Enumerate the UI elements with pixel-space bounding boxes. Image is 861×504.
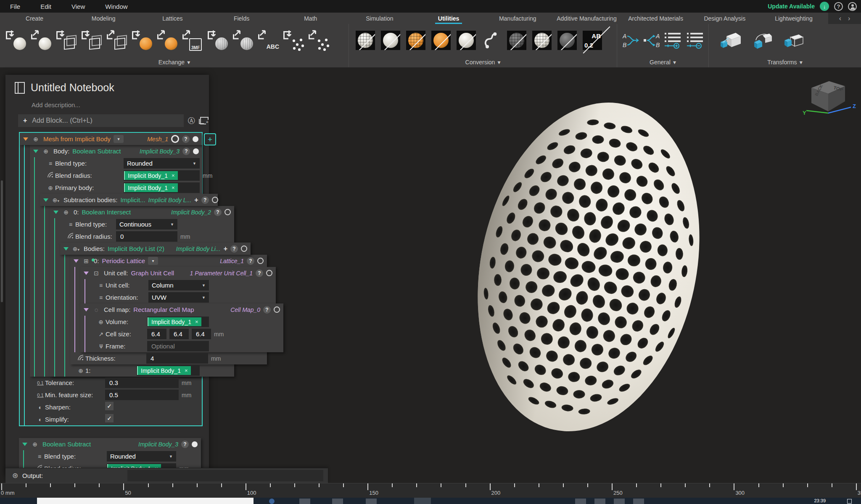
thickness-input[interactable]: 4 — [146, 353, 208, 364]
notebook-scrollbar[interactable] — [1, 180, 3, 302]
notebook-title[interactable]: Untitled Notebook — [31, 82, 114, 94]
tolerance-input[interactable]: 0.3 — [105, 377, 179, 388]
variable-chip[interactable]: Implicit Body_1× — [148, 317, 201, 326]
help-badge-icon[interactable]: ? — [201, 196, 209, 204]
add-group-icon[interactable] — [200, 117, 209, 124]
blend-radius-input[interactable]: 0 — [116, 231, 177, 242]
smooth-curve-button[interactable] — [482, 26, 501, 54]
remove-chip-icon[interactable]: × — [195, 319, 198, 325]
help-badge-icon[interactable]: ? — [182, 148, 190, 155]
tab-design-analysis[interactable]: Design Analysis — [690, 13, 759, 24]
tab-fields[interactable]: Fields — [207, 13, 276, 24]
viewport[interactable]: TOP BACK Y Z Untitled Notebook Add descr… — [0, 68, 861, 504]
variable-chip[interactable]: Implicit Body_1× — [137, 366, 191, 375]
tab-scroll-left-icon[interactable]: ‹ — [839, 15, 841, 22]
volume-input[interactable]: Implicit Body_1× — [147, 317, 209, 327]
mirror-body-button[interactable] — [781, 26, 805, 54]
import-lattice-button[interactable] — [53, 26, 78, 54]
taskbar-app-icon[interactable] — [332, 499, 343, 504]
add-block-input[interactable]: + Add Block... (Ctrl+L) — [18, 114, 184, 127]
block-header-subtraction-bodies[interactable]: ⊕▾ Subtraction bodies: Implicit... Impli… — [40, 194, 218, 206]
convert-mesh-to-implicit-body-button[interactable] — [431, 26, 451, 54]
blend-type-select[interactable]: Rounded▼ — [124, 158, 200, 169]
remove-chip-icon[interactable]: × — [172, 172, 175, 179]
block-header-cell-map[interactable]: ◌ Cell map: Rectangular Cell Map Cell Ma… — [80, 303, 283, 316]
tab-manufacturing[interactable]: Manufacturing — [483, 13, 552, 24]
block-header-mesh[interactable]: ⊕ Mesh from Implicit Body ▾ Mesh_1 ? + — [20, 133, 202, 145]
cell-size-x-input[interactable]: 6.4 — [147, 329, 166, 339]
group-label-conversion[interactable]: Conversion▾ — [349, 57, 617, 67]
block-header-unit-cell[interactable]: ⊡ Unit cell: Graph Unit Cell 1 Parameter… — [80, 267, 276, 279]
tab-lightweighting[interactable]: Lightweighting — [759, 13, 828, 24]
export-cad-body-button[interactable] — [230, 26, 255, 54]
visibility-ring-icon[interactable] — [241, 245, 247, 252]
export-mesh-button[interactable] — [154, 26, 179, 54]
block-type-dropdown[interactable]: ▾ — [148, 257, 158, 265]
menu-edit[interactable]: Edit — [30, 3, 61, 10]
tab-additive-manufacturing[interactable]: Additive Manufacturing — [552, 13, 621, 24]
menu-file[interactable]: File — [0, 3, 30, 10]
menu-view[interactable]: View — [61, 3, 95, 10]
cell-size-y-input[interactable]: 6.4 — [169, 329, 189, 339]
split-button[interactable]: AB — [642, 26, 661, 54]
menu-window[interactable]: Window — [95, 3, 137, 10]
visibility-dot-icon[interactable] — [193, 148, 199, 154]
convert-mesh-to-implicit-button[interactable] — [381, 26, 400, 54]
collapse-caret-icon[interactable] — [53, 211, 58, 214]
export-text-button[interactable]: ABC — [255, 26, 280, 54]
auto-regenerate-icon[interactable]: Ⓐ — [188, 116, 195, 126]
tab-simulation[interactable]: Simulation — [345, 13, 414, 24]
visibility-ring-icon[interactable] — [266, 270, 272, 276]
remesh-surface-button[interactable] — [457, 26, 476, 54]
blend-radius-input[interactable]: Implicit Body_1× — [124, 170, 200, 181]
block-header-subtract-2[interactable]: ⊕ Boolean Subtract Implicit Body_3 ? — [19, 438, 201, 450]
visibility-ring-icon[interactable] — [224, 209, 231, 215]
transform-body-button[interactable] — [719, 26, 742, 54]
map-to-surface-button[interactable] — [750, 26, 774, 54]
export-3mf-button[interactable]: 3MF — [179, 26, 204, 54]
collapse-caret-icon[interactable] — [84, 308, 89, 311]
account-icon[interactable] — [848, 2, 857, 11]
taskbar-app-icon[interactable] — [299, 499, 310, 504]
block-type-dropdown[interactable]: ▾ — [114, 135, 124, 143]
taskbar-app-icon[interactable] — [575, 499, 586, 504]
download-update-icon[interactable]: ↓ — [820, 2, 829, 11]
add-item-icon[interactable]: + — [224, 245, 227, 253]
taskbar-active-app[interactable] — [414, 498, 431, 504]
visibility-ring-icon[interactable] — [212, 197, 218, 203]
block-header-body[interactable]: ⊕ Body: Boolean Subtract Implicit Body_3… — [30, 145, 202, 157]
collapse-caret-icon[interactable] — [33, 150, 38, 153]
help-badge-icon[interactable]: ? — [256, 269, 263, 277]
import-implicit-body-button[interactable] — [3, 26, 28, 54]
output-input[interactable] — [127, 470, 323, 481]
merge-button[interactable]: AB — [621, 26, 640, 54]
simplify-body-button[interactable] — [557, 26, 577, 54]
help-badge-icon[interactable]: ? — [230, 245, 238, 253]
notebook-description-placeholder[interactable]: Add description... — [32, 101, 209, 108]
blend-type-select[interactable]: Continuous▼ — [116, 219, 177, 230]
convert-implicit-to-mesh-button[interactable] — [356, 26, 375, 54]
tab-lattices[interactable]: Lattices — [138, 13, 207, 24]
tab-modeling[interactable]: Modeling — [69, 13, 138, 24]
block-header-lattice[interactable]: ⊞ 0: Periodic Lattice ▾ Lattice_1 ? — [70, 255, 267, 267]
tab-architected-materials[interactable]: Architected Materials — [621, 13, 690, 24]
remove-chip-icon[interactable]: × — [185, 367, 188, 374]
export-point-cloud-button[interactable] — [305, 26, 330, 54]
help-badge-icon[interactable]: ? — [181, 441, 189, 448]
group-label-transforms[interactable]: Transforms▾ — [709, 57, 861, 67]
block-header-intersect[interactable]: ⊕ 0: Boolean Intersect Implicit Body_2 ? — [50, 206, 234, 218]
collapse-caret-icon[interactable] — [63, 247, 69, 251]
variable-chip[interactable]: Implicit Body_1× — [124, 171, 178, 180]
blend-type-select[interactable]: Rounded▼ — [107, 451, 176, 462]
deviation-button[interactable]: AB0.2 — [583, 26, 602, 54]
block-header-bodies-list[interactable]: ⊕▾ Bodies: Implicit Body List (2) Implic… — [60, 243, 251, 255]
sharpen-checkbox[interactable]: ✓ — [105, 402, 114, 410]
visibility-dot-icon[interactable] — [193, 136, 198, 142]
update-available-link[interactable]: Update Available — [768, 3, 815, 10]
help-badge-icon[interactable]: ? — [247, 257, 254, 265]
taskbar-action-center-icon[interactable] — [847, 499, 852, 504]
taskbar-clock[interactable]: 23:39 — [814, 498, 826, 503]
list-item-1-input[interactable]: Implicit Body_1× — [137, 365, 200, 376]
simplify-checkbox[interactable]: ✓ — [105, 414, 114, 422]
taskbar-app-icon[interactable] — [366, 499, 377, 504]
